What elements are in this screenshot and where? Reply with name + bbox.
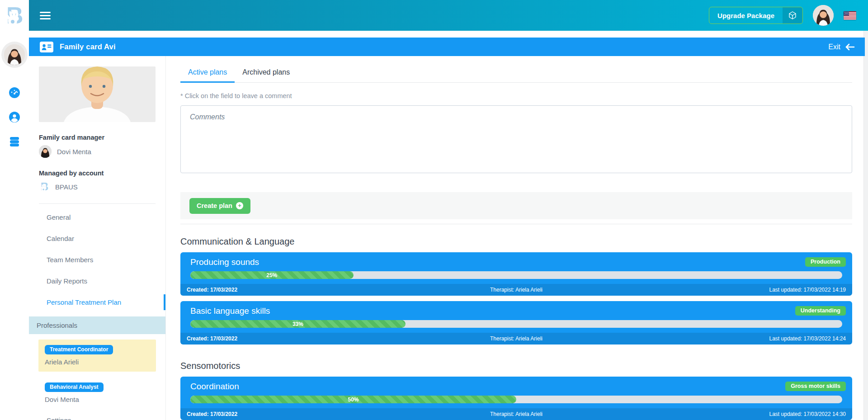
sidebar-item-settings[interactable]: Settings xyxy=(29,409,165,420)
upgrade-package-label: Upgrade Package xyxy=(709,7,783,24)
role-badge: Treatment Coordinator xyxy=(45,345,113,354)
exit-arrow-icon xyxy=(845,43,855,51)
sidebar-nav-item[interactable]: Daily Reports xyxy=(29,270,165,292)
category-badge: Gross motor skills xyxy=(785,382,846,391)
app-root: Upgrade Package xyxy=(0,0,868,420)
plus-icon: + xyxy=(236,202,243,209)
sidebar-nav: GeneralCalendarTeam MembersDaily Reports… xyxy=(29,207,165,313)
plan-footer: Created: 17/03/2022 Therapist: Ariela Ar… xyxy=(180,408,852,420)
plan-title: Basic language skills xyxy=(190,306,842,316)
progress-bar: 50% xyxy=(190,396,842,403)
last-updated-label: Last updated: 17/03/2022 14:19 xyxy=(626,287,846,293)
dashboard-icon[interactable] xyxy=(9,87,20,99)
category-badge: Production xyxy=(805,257,846,267)
professional-name: Dovi Menta xyxy=(45,396,150,403)
bpaus-logo-icon[interactable] xyxy=(3,4,26,28)
category-badge: Understanding xyxy=(795,306,846,316)
child-photo xyxy=(39,66,156,122)
section-title: Sensomotorics xyxy=(180,361,852,371)
manager-name: Dovi Menta xyxy=(57,148,91,156)
created-label: Created: 17/03/2022 xyxy=(187,411,406,417)
family-card-icon xyxy=(40,42,53,52)
section-cards: Producing sounds Production 25% Created:… xyxy=(180,252,852,344)
plan-card[interactable]: Producing sounds Production 25% Created:… xyxy=(180,252,852,296)
created-label: Created: 17/03/2022 xyxy=(187,287,406,293)
user-avatar[interactable] xyxy=(4,44,25,65)
sidebar-nav-item[interactable]: Calendar xyxy=(29,228,165,249)
therapist-label: Therapist: Ariela Arieli xyxy=(406,411,626,417)
progress-bar: 25% xyxy=(190,271,842,279)
professional-name: Ariela Arieli xyxy=(45,358,150,366)
progress-label: 50% xyxy=(348,396,359,403)
plan-section: Sensomotorics Coordination Gross motor s… xyxy=(180,361,852,420)
professional-item[interactable]: Treatment Coordinator Ariela Arieli xyxy=(38,340,156,372)
progress-label: 33% xyxy=(292,321,303,327)
family-card-sidebar: Family card manager Dovi Menta Managed b… xyxy=(29,56,166,420)
progress-fill: 50% xyxy=(190,396,516,403)
plan-title: Coordination xyxy=(190,382,842,392)
progress-fill: 33% xyxy=(190,320,406,328)
main-divider xyxy=(180,224,852,224)
family-card-manager-label: Family card manager xyxy=(39,134,156,141)
plan-card[interactable]: Coordination Gross motor skills 50% Crea… xyxy=(180,377,852,420)
section-title: Communication & Language xyxy=(180,236,852,247)
progress-fill: 25% xyxy=(190,271,354,279)
progress-label: 25% xyxy=(266,272,277,278)
account-icon[interactable] xyxy=(9,111,20,123)
topbar: Upgrade Package xyxy=(29,0,868,31)
role-badge: Behavioral Analyst xyxy=(45,382,104,392)
database-icon[interactable] xyxy=(9,136,20,147)
create-plan-band: Create plan + xyxy=(180,192,852,219)
comments-input[interactable] xyxy=(180,105,852,173)
left-rail xyxy=(0,0,29,420)
package-icon xyxy=(783,7,802,24)
us-flag-icon[interactable] xyxy=(844,11,856,20)
comment-hint: * Click on the field to leave a comment xyxy=(180,92,852,99)
account-logo-icon xyxy=(39,181,50,193)
rail-avatar-ring xyxy=(1,42,28,68)
topbar-user-avatar[interactable] xyxy=(813,5,834,26)
hamburger-menu-icon[interactable] xyxy=(40,10,51,21)
sidebar-nav-item[interactable]: Team Members xyxy=(29,249,165,270)
family-card-header: Family card Avi Exit xyxy=(29,38,865,56)
last-updated-label: Last updated: 17/03/2022 14:30 xyxy=(626,411,846,417)
exit-label: Exit xyxy=(828,43,840,51)
exit-button[interactable]: Exit xyxy=(828,43,855,51)
plan-footer: Created: 17/03/2022 Therapist: Ariela Ar… xyxy=(180,333,852,344)
account-name: BPAUS xyxy=(55,183,78,191)
plans-tabs: Active plansArchived plans xyxy=(180,64,852,83)
sidebar-nav-item[interactable]: General xyxy=(29,207,165,228)
plan-section: Communication & Language Producing sound… xyxy=(180,236,852,344)
create-plan-label: Create plan xyxy=(197,202,232,209)
last-updated-label: Last updated: 17/03/2022 14:24 xyxy=(626,335,846,342)
manager-avatar xyxy=(39,145,52,158)
professionals-section-header[interactable]: Professionals xyxy=(29,316,165,334)
page-title: Family card Avi xyxy=(60,42,116,51)
sidebar-nav-item[interactable]: Personal Treatment Plan xyxy=(29,292,165,313)
plans-tab[interactable]: Active plans xyxy=(180,64,235,82)
section-cards: Coordination Gross motor skills 50% Crea… xyxy=(180,377,852,420)
professional-item[interactable]: Behavioral Analyst Dovi Menta xyxy=(38,377,156,409)
therapist-label: Therapist: Ariela Arieli xyxy=(406,287,626,293)
main-content: Active plansArchived plans * Click on th… xyxy=(166,56,861,420)
plan-footer: Created: 17/03/2022 Therapist: Ariela Ar… xyxy=(180,284,852,296)
plan-title: Producing sounds xyxy=(190,257,842,267)
plan-card[interactable]: Basic language skills Understanding 33% … xyxy=(180,301,852,344)
created-label: Created: 17/03/2022 xyxy=(187,335,406,342)
panel-divider xyxy=(39,203,156,204)
therapist-label: Therapist: Ariela Arieli xyxy=(406,335,626,342)
upgrade-package-button[interactable]: Upgrade Package xyxy=(709,7,803,24)
managed-by-account-label: Managed by account xyxy=(39,170,156,177)
progress-bar: 33% xyxy=(190,320,842,328)
create-plan-button[interactable]: Create plan + xyxy=(189,198,250,214)
vertical-scrollbar[interactable] xyxy=(863,31,868,420)
plans-tab[interactable]: Archived plans xyxy=(235,64,297,82)
